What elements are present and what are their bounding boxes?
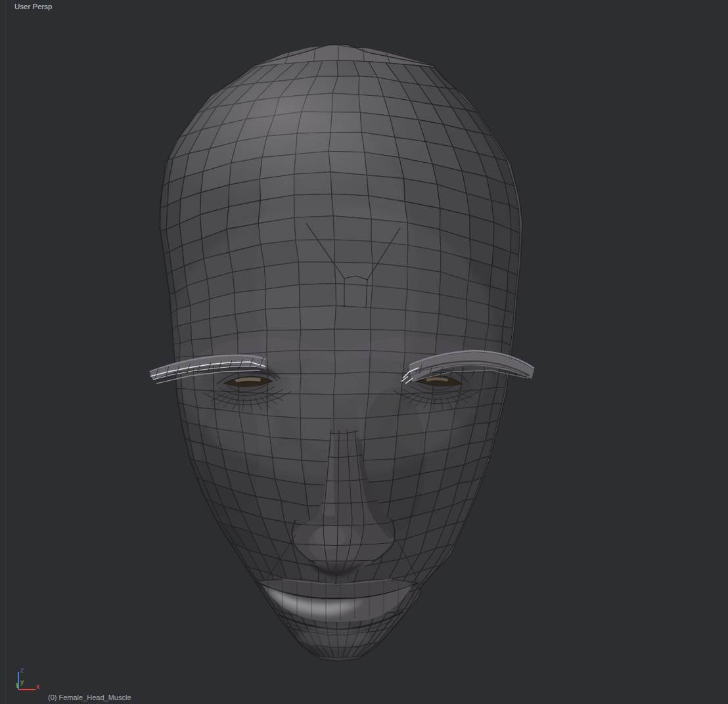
svg-text:User Persp: User Persp <box>14 3 53 11</box>
svg-text:y: y <box>20 678 24 686</box>
svg-text:z: z <box>20 666 24 674</box>
svg-text:x: x <box>36 682 40 690</box>
svg-text:(0) Female_Head_Muscle: (0) Female_Head_Muscle <box>48 693 131 701</box>
